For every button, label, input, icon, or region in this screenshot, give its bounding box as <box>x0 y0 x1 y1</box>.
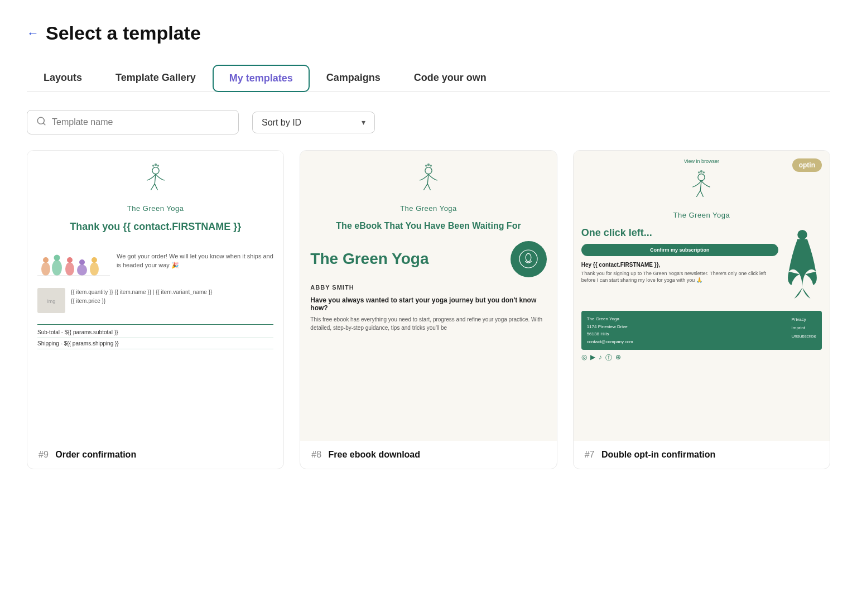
page-header: ← Select a template <box>27 22 830 44</box>
card3-footer-links: Privacy Imprint Unsubscribe <box>792 315 816 341</box>
yoga-logo-3 <box>682 169 721 208</box>
card2-author: ABBY SMITH <box>310 284 546 291</box>
card3-footer-address: The Green Yoga 1174 Pineview Drive 56138… <box>587 315 633 345</box>
card3-brand: The Green Yoga <box>673 211 730 219</box>
template-preview-2: The Green Yoga The eBook That You Have B… <box>300 151 556 441</box>
card3-cta-button[interactable]: Confirm my subscription <box>581 244 778 256</box>
tab-layouts[interactable]: Layouts <box>27 64 99 92</box>
card3-label: #7 Double opt-in confirmation <box>574 441 830 469</box>
youtube-icon: ▶ <box>590 353 595 363</box>
card3-name: Double opt-in confirmation <box>601 450 715 460</box>
svg-point-26 <box>698 171 700 174</box>
card1-item-details: {{ item.quantity }} {{ item.name }} | {{… <box>71 288 212 306</box>
card3-view-browser: View in browser <box>581 158 822 164</box>
svg-point-8 <box>52 260 62 276</box>
tab-campaigns[interactable]: Campaigns <box>310 64 397 92</box>
svg-text:img: img <box>47 299 56 304</box>
card3-social-icons: ◎ ▶ ♪ ⓕ ⊕ <box>581 353 822 363</box>
back-button[interactable]: ← <box>27 26 39 41</box>
svg-point-21 <box>427 163 430 166</box>
svg-point-12 <box>77 264 87 276</box>
card3-content: One click left... Confirm my subscriptio… <box>581 227 822 305</box>
card2-header: The Green Yoga <box>310 162 546 213</box>
card3-id: #7 <box>585 450 595 460</box>
svg-point-7 <box>43 257 49 263</box>
card3-big-title: One click left... <box>581 227 778 239</box>
svg-point-5 <box>157 165 159 167</box>
svg-point-28 <box>703 171 705 174</box>
svg-point-29 <box>797 230 807 239</box>
svg-point-10 <box>65 262 74 276</box>
card1-subtotal-line: Sub-total - ${{ params.subtotal }} <box>37 329 273 338</box>
card2-id: #8 <box>311 450 321 460</box>
card1-item-row: img {{ item.quantity }} {{ item.name }} … <box>37 288 273 319</box>
svg-point-11 <box>67 257 73 263</box>
card3-footer: The Green Yoga 1174 Pineview Drive 56138… <box>581 311 822 350</box>
search-box <box>27 110 239 134</box>
template-card-order-confirmation[interactable]: The Green Yoga Thank you {{ contact.FIRS… <box>27 150 284 469</box>
card3-body-text: Thank you for signing up to The Green Yo… <box>581 270 778 284</box>
svg-point-14 <box>90 262 99 276</box>
svg-point-6 <box>41 262 50 276</box>
page-title: Select a template <box>46 22 201 44</box>
template-card-ebook[interactable]: The Green Yoga The eBook That You Have B… <box>300 150 557 469</box>
tabs-bar: Layouts Template Gallery My templates Ca… <box>27 64 830 92</box>
template-preview-1: The Green Yoga Thank you {{ contact.FIRS… <box>27 151 283 441</box>
card2-subheading: Have you always wanted to start your yog… <box>310 296 546 312</box>
search-icon <box>36 116 46 128</box>
svg-point-25 <box>698 174 705 181</box>
card1-label: #9 Order confirmation <box>27 441 283 469</box>
facebook-icon: ⓕ <box>605 353 612 363</box>
svg-line-1 <box>43 123 45 124</box>
svg-point-22 <box>430 165 432 167</box>
page-container: ← Select a template Layouts Template Gal… <box>0 0 857 492</box>
template-preview-3: View in browser optin <box>574 151 830 441</box>
card2-name: Free ebook download <box>329 450 420 460</box>
sort-dropdown[interactable]: Sort by IDSort by NameSort by Date ▾ <box>252 112 375 133</box>
yoga-people-illustration <box>37 241 110 280</box>
card3-yoga-figure <box>783 227 822 305</box>
card3-text-col: One click left... Confirm my subscriptio… <box>581 227 778 305</box>
card1-title: Thank you {{ contact.FIRSTNAME }} <box>37 220 273 233</box>
yoga-logo-2 <box>409 162 448 201</box>
tab-my-templates[interactable]: My templates <box>213 65 310 92</box>
card1-totals: Sub-total - ${{ params.subtotal }} Shipp… <box>37 324 273 349</box>
card2-ebook-section: The Green Yoga <box>310 241 546 277</box>
card1-header: The Green Yoga <box>37 162 273 213</box>
tiktok-icon: ♪ <box>599 353 602 363</box>
controls-row: Sort by IDSort by NameSort by Date ▾ <box>27 110 830 134</box>
svg-point-19 <box>425 167 432 174</box>
card1-shipping-line: Shipping - ${{ params.shipping }} <box>37 340 273 349</box>
svg-point-13 <box>79 259 85 265</box>
template-card-optin[interactable]: View in browser optin <box>573 150 830 469</box>
card1-image-row: We got your order! We will let you know … <box>37 241 273 280</box>
svg-point-23 <box>519 250 537 268</box>
card2-main-title: The eBook That You Have Been Waiting For <box>310 220 546 232</box>
card2-label: #8 Free ebook download <box>300 441 556 469</box>
card2-ebook-circle <box>511 241 547 277</box>
svg-point-15 <box>92 257 97 263</box>
templates-grid: The Green Yoga Thank you {{ contact.FIRS… <box>27 150 830 469</box>
card1-desc-text: We got your order! We will let you know … <box>117 252 273 270</box>
card3-header: The Green Yoga <box>581 169 822 219</box>
svg-point-20 <box>425 165 427 167</box>
card1-id: #9 <box>38 450 49 460</box>
link-icon: ⊕ <box>615 353 621 363</box>
tab-code-your-own[interactable]: Code your own <box>397 64 503 92</box>
svg-point-2 <box>152 167 159 174</box>
svg-point-27 <box>700 170 702 172</box>
svg-point-24 <box>526 254 531 262</box>
instagram-icon: ◎ <box>581 353 587 363</box>
card1-brand: The Green Yoga <box>127 204 184 213</box>
item-thumbnail: img <box>37 288 65 313</box>
svg-point-3 <box>152 165 155 167</box>
card3-optin-badge: optin <box>792 158 822 172</box>
svg-point-4 <box>154 163 156 166</box>
card2-desc: This free ebook has everything you need … <box>310 315 546 332</box>
card2-ebook-title: The Green Yoga <box>310 251 504 268</box>
card2-brand: The Green Yoga <box>400 204 457 213</box>
search-input[interactable] <box>52 117 229 127</box>
sort-select[interactable]: Sort by IDSort by NameSort by Date <box>262 118 356 127</box>
card1-name: Order confirmation <box>55 450 136 460</box>
tab-template-gallery[interactable]: Template Gallery <box>99 64 213 92</box>
